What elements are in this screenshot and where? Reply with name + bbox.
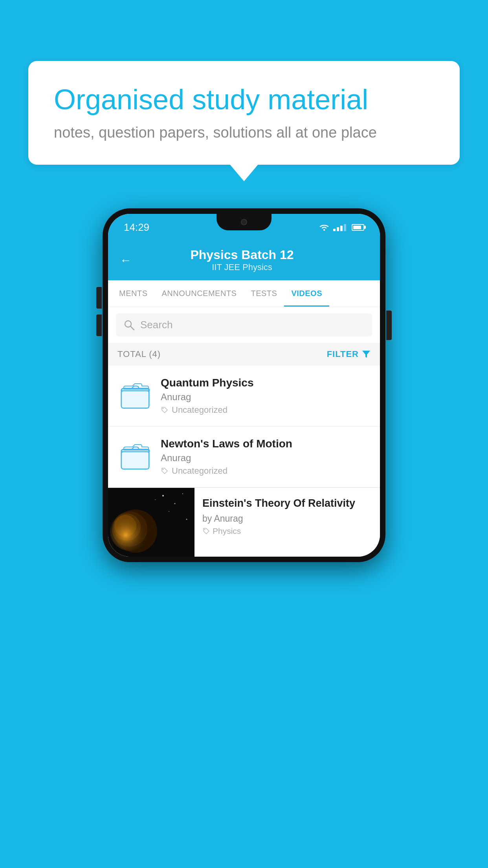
search-placeholder: Search bbox=[140, 319, 172, 331]
video-tag: Physics bbox=[202, 526, 372, 536]
filter-funnel-icon bbox=[362, 350, 371, 358]
search-bar[interactable]: Search bbox=[116, 313, 372, 337]
svg-point-17 bbox=[162, 495, 164, 497]
video-tag: Uncategorized bbox=[161, 466, 371, 476]
speech-bubble-subtext: notes, question papers, solutions all at… bbox=[54, 124, 434, 141]
folder-thumbnail bbox=[117, 378, 153, 414]
einstein-bg bbox=[108, 488, 194, 557]
list-item[interactable]: Einstein's Theory Of Relativity by Anura… bbox=[108, 487, 380, 557]
video-list: Quantum Physics Anurag Uncategorized bbox=[108, 366, 380, 557]
video-title: Newton's Laws of Motion bbox=[161, 438, 371, 450]
tag-icon bbox=[202, 527, 210, 535]
tab-tests[interactable]: TESTS bbox=[244, 280, 284, 307]
status-time: 14:29 bbox=[124, 221, 149, 234]
svg-rect-9 bbox=[122, 452, 148, 468]
phone-mockup: 14:29 bbox=[103, 208, 385, 562]
video-author: Anurag bbox=[161, 392, 371, 403]
video-title: Quantum Physics bbox=[161, 377, 371, 389]
status-bar: 14:29 bbox=[108, 214, 380, 241]
app-header: ← Physics Batch 12 IIT JEE Physics bbox=[108, 241, 380, 280]
filter-label: FILTER bbox=[327, 349, 359, 359]
search-icon bbox=[124, 320, 135, 331]
battery-icon bbox=[352, 224, 364, 231]
list-item[interactable]: Quantum Physics Anurag Uncategorized bbox=[108, 366, 380, 427]
folder-icon bbox=[121, 382, 150, 410]
notch bbox=[216, 214, 272, 230]
video-author: by Anurag bbox=[202, 513, 372, 524]
tab-videos[interactable]: VIDEOS bbox=[284, 280, 329, 307]
filter-button[interactable]: FILTER bbox=[327, 349, 371, 359]
svg-point-21 bbox=[186, 519, 187, 520]
tag-label: Uncategorized bbox=[172, 405, 227, 415]
list-item[interactable]: Newton's Laws of Motion Anurag Uncategor… bbox=[108, 427, 380, 487]
video-item-info: Newton's Laws of Motion Anurag Uncategor… bbox=[161, 438, 371, 476]
total-count: TOTAL (4) bbox=[117, 349, 161, 359]
header-title-area: Physics Batch 12 IIT JEE Physics bbox=[139, 248, 345, 272]
einstein-bg-art bbox=[108, 488, 194, 557]
video-tag: Uncategorized bbox=[161, 405, 371, 415]
phone-outer-frame: 14:29 bbox=[103, 208, 385, 562]
video-title: Einstein's Theory Of Relativity bbox=[202, 497, 372, 510]
camera-dot bbox=[241, 219, 247, 225]
signal-icon bbox=[333, 223, 346, 231]
svg-point-6 bbox=[163, 408, 164, 409]
tab-ments[interactable]: MENTS bbox=[112, 280, 155, 307]
header-subtitle: IIT JEE Physics bbox=[139, 262, 345, 272]
tab-announcements[interactable]: ANNOUNCEMENTS bbox=[155, 280, 244, 307]
tabs-bar: MENTS ANNOUNCEMENTS TESTS VIDEOS bbox=[108, 280, 380, 307]
speech-bubble-section: Organised study material notes, question… bbox=[28, 61, 460, 165]
video-item-info: Quantum Physics Anurag Uncategorized bbox=[161, 377, 371, 415]
einstein-thumbnail bbox=[108, 488, 194, 557]
svg-point-18 bbox=[174, 503, 176, 504]
search-bar-container: Search bbox=[108, 307, 380, 343]
svg-point-10 bbox=[163, 469, 164, 470]
svg-point-0 bbox=[323, 229, 325, 231]
filter-row: TOTAL (4) FILTER bbox=[108, 343, 380, 366]
folder-icon bbox=[121, 443, 150, 471]
header-title: Physics Batch 12 bbox=[139, 248, 345, 262]
video-author: Anurag bbox=[161, 452, 371, 463]
tag-label: Physics bbox=[213, 526, 241, 536]
tag-icon bbox=[161, 467, 169, 475]
folder-thumbnail bbox=[117, 439, 153, 474]
svg-point-16 bbox=[110, 511, 149, 551]
speech-bubble-heading: Organised study material bbox=[54, 83, 434, 116]
speech-bubble-card: Organised study material notes, question… bbox=[28, 61, 460, 165]
svg-point-22 bbox=[155, 499, 156, 500]
tag-label: Uncategorized bbox=[172, 466, 227, 476]
status-icons bbox=[319, 223, 364, 231]
wifi-icon bbox=[319, 223, 329, 231]
svg-line-2 bbox=[130, 326, 134, 330]
einstein-info: Einstein's Theory Of Relativity by Anura… bbox=[194, 488, 380, 544]
svg-point-20 bbox=[169, 511, 169, 512]
back-button[interactable]: ← bbox=[120, 254, 132, 267]
svg-rect-5 bbox=[122, 392, 148, 407]
tag-icon bbox=[161, 406, 169, 414]
phone-screen: 14:29 bbox=[108, 214, 380, 557]
svg-point-23 bbox=[204, 529, 205, 530]
svg-point-19 bbox=[182, 493, 183, 494]
